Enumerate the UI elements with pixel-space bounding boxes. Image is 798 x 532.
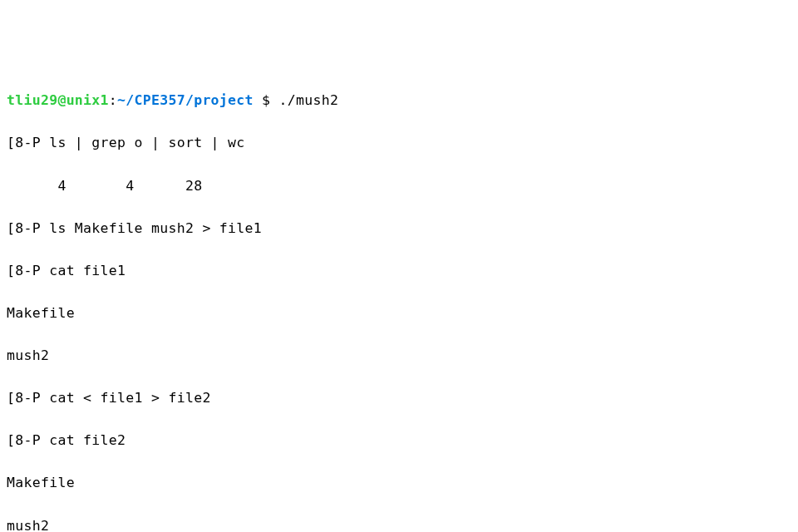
bash-user: tliu29@unix1 xyxy=(7,92,109,108)
cat-output: mush2 xyxy=(7,515,791,533)
cat-output: Makefile xyxy=(7,472,791,494)
command-input[interactable]: ./mush2 xyxy=(279,92,339,108)
dollar-sign: $ xyxy=(254,92,279,108)
mush-prompt: [8-P cat < file1 > file2 xyxy=(7,387,791,409)
mush-prompt: [8-P cat file1 xyxy=(7,260,791,282)
mush-prompt: [8-P ls Makefile mush2 > file1 xyxy=(7,218,791,239)
user-text: tliu29@unix1 xyxy=(7,92,109,108)
wc-output: 4 4 28 xyxy=(7,175,791,197)
bash-path: ~/CPE357/project xyxy=(117,92,254,108)
cat-output: Makefile xyxy=(7,303,791,324)
prompt-line-1[interactable]: tliu29@unix1:~/CPE357/project $ ./mush2 xyxy=(7,90,791,111)
mush-prompt: [8-P ls | grep o | sort | wc xyxy=(7,132,791,154)
mush-prompt: [8-P cat file2 xyxy=(7,430,791,451)
cat-output: mush2 xyxy=(7,345,791,367)
path-text: ~/CPE357/project xyxy=(117,92,254,108)
sep: : xyxy=(109,92,117,108)
